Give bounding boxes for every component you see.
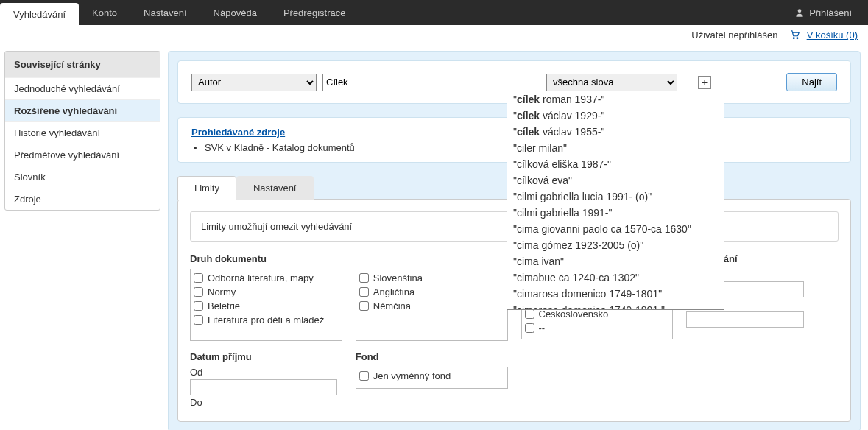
autocomplete-item[interactable]: "cílek václav 1955-"	[507, 124, 724, 140]
checkbox[interactable]	[525, 323, 534, 333]
autocomplete-item[interactable]: "cima gómez 1923-2005 (o)"	[507, 237, 724, 253]
login-label: Přihlášení	[809, 7, 852, 18]
date-in-from-input[interactable]	[190, 379, 337, 395]
field-select[interactable]: Autor	[191, 74, 317, 91]
cart-link[interactable]: V košíku (0)	[807, 29, 858, 40]
doc-type-label: Druh dokumentu	[190, 253, 342, 264]
sidebar-item-dictionary[interactable]: Slovník	[5, 166, 160, 188]
sidebar-item-sources[interactable]: Zdroje	[5, 188, 160, 210]
add-row-button[interactable]: +	[698, 76, 711, 89]
checkbox[interactable]	[525, 309, 534, 319]
nav-tab-settings[interactable]: Nastavení	[130, 0, 200, 25]
login-button[interactable]: Přihlášení	[786, 0, 861, 25]
main-panel: Autor všechna slova + Najít "cílek roman…	[168, 51, 861, 430]
checkbox[interactable]	[359, 273, 369, 283]
checkbox[interactable]	[194, 273, 203, 283]
tab-settings[interactable]: Nastavení	[236, 176, 314, 200]
top-nav: Vyhledávání Konto Nastavení Nápověda Pře…	[0, 0, 868, 25]
svg-point-0	[798, 9, 802, 13]
date-in-label: Datum příjmu	[190, 351, 342, 362]
language-label	[356, 253, 508, 264]
autocomplete-item[interactable]: "cimabue ca 1240-ca 1302"	[507, 269, 724, 286]
autocomplete-item[interactable]: "ciler milan"	[507, 140, 724, 156]
list-item[interactable]: Beletrie	[194, 299, 339, 313]
sidebar: Související stránky Jednoduché vyhledává…	[4, 51, 160, 211]
date-in-to-label: Do	[190, 397, 342, 408]
doc-type-list[interactable]: Odborná literatura, mapy Normy Beletrie …	[190, 269, 342, 341]
autocomplete-dropdown: "cílek roman 1937-" "cílek václav 1929-"…	[507, 91, 724, 310]
sidebar-item-simple-search[interactable]: Jednoduché vyhledávání	[5, 77, 160, 99]
list-item[interactable]: --	[525, 321, 670, 335]
fond-label: Fond	[356, 351, 508, 362]
checkbox[interactable]	[194, 301, 203, 311]
autocomplete-item[interactable]: "cílková eliška 1987-"	[507, 156, 724, 172]
autocomplete-item[interactable]: "cílková eva"	[507, 172, 724, 188]
cart-icon	[789, 29, 801, 42]
autocomplete-item[interactable]: "cimarosa domenico 1749-1801."	[507, 302, 724, 310]
checkbox[interactable]	[359, 371, 369, 381]
checkbox[interactable]	[359, 301, 369, 311]
list-item[interactable]: Jen výměnný fond	[359, 369, 504, 383]
year-to-input[interactable]	[686, 311, 804, 328]
svg-point-2	[797, 38, 798, 39]
autocomplete-item[interactable]: "cilmi gabriella lucia 1991- (o)"	[507, 188, 724, 205]
nav-tab-preregistration[interactable]: Předregistrace	[270, 0, 359, 25]
sidebar-item-history[interactable]: Historie vyhledávání	[5, 121, 160, 144]
user-status: Uživatel nepřihlášen	[691, 29, 777, 40]
autocomplete-item[interactable]: "cilmi gabriella 1991-"	[507, 205, 724, 221]
nav-tab-help[interactable]: Nápověda	[200, 0, 270, 25]
autocomplete-item[interactable]: "cima giovanni paolo ca 1570-ca 1630"	[507, 221, 724, 237]
sub-bar: Uživatel nepřihlášen V košíku (0)	[0, 25, 868, 46]
list-item[interactable]: Odborná literatura, mapy	[194, 271, 339, 285]
scope-select[interactable]: všechna slova	[546, 74, 677, 91]
list-item[interactable]: Normy	[194, 285, 339, 299]
checkbox[interactable]	[194, 315, 203, 325]
sidebar-item-advanced-search[interactable]: Rozšířené vyhledávání	[5, 99, 160, 121]
find-button[interactable]: Najít	[786, 73, 837, 91]
list-item[interactable]: Slovenština	[359, 271, 504, 285]
checkbox[interactable]	[194, 287, 203, 297]
language-list[interactable]: Slovenština Angličtina Němčina	[356, 269, 508, 341]
autocomplete-item[interactable]: "cima ivan"	[507, 253, 724, 269]
nav-tab-account[interactable]: Konto	[79, 0, 130, 25]
list-item[interactable]: Němčina	[359, 299, 504, 313]
list-item[interactable]: Literatura pro děti a mládež	[194, 313, 339, 327]
autocomplete-item[interactable]: "cílek václav 1929-"	[507, 107, 724, 124]
nav-tab-search[interactable]: Vyhledávání	[0, 3, 79, 25]
list-item[interactable]: Angličtina	[359, 285, 504, 299]
tab-limits[interactable]: Limity	[177, 176, 236, 200]
svg-point-1	[793, 38, 794, 39]
sidebar-item-subject-search[interactable]: Předmětové vyhledávání	[5, 144, 160, 166]
sidebar-header: Související stránky	[5, 52, 160, 77]
sources-link[interactable]: Prohledávané zdroje	[191, 127, 285, 138]
checkbox[interactable]	[359, 287, 369, 297]
user-icon	[794, 7, 805, 18]
date-in-from-label: Od	[190, 367, 342, 378]
search-term-input[interactable]	[322, 74, 540, 91]
fond-list[interactable]: Jen výměnný fond	[356, 367, 508, 389]
autocomplete-item[interactable]: "cimarosa domenico 1749-1801"	[507, 286, 724, 302]
autocomplete-item[interactable]: "cílek roman 1937-"	[507, 91, 724, 107]
